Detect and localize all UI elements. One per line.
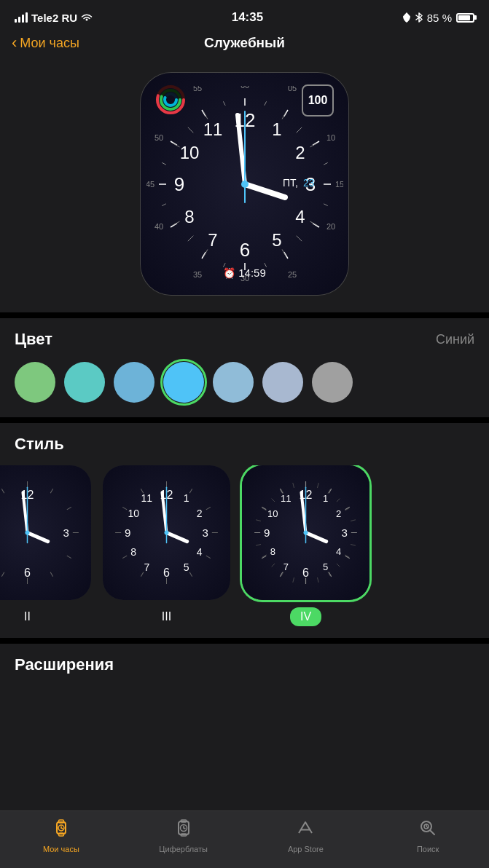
svg-line-21 [310, 143, 317, 146]
svg-point-163 [303, 530, 308, 534]
svg-text:4: 4 [336, 546, 341, 557]
battery-icon [456, 13, 474, 23]
style-watch-III: 12 1 2 3 4 5 6 7 8 9 10 11 [242, 465, 369, 600]
svg-line-133 [351, 544, 356, 545]
svg-text:11: 11 [203, 119, 222, 138]
svg-text:40: 40 [154, 222, 163, 231]
svg-text:1: 1 [184, 492, 189, 504]
svg-line-34 [172, 143, 179, 146]
svg-line-160 [306, 533, 326, 542]
style-section-title: Стиль [0, 435, 489, 465]
style-item-II[interactable]: 12 1 2 3 4 5 6 7 8 9 10 11 [97, 465, 236, 626]
svg-line-92 [206, 556, 211, 559]
carrier-name: Tele2 RU [31, 12, 77, 24]
style-label-II: III [152, 607, 181, 626]
tab-my-watch[interactable]: Мои часы [32, 818, 90, 853]
swatch-blue[interactable] [163, 362, 204, 403]
nav-bar: ‹ Мои часы Служебный [0, 31, 489, 58]
alarm-time: 14:59 [238, 267, 266, 279]
swatch-light-blue[interactable] [114, 362, 154, 403]
style-carousel: 12 3 6 9 II [0, 465, 489, 638]
svg-line-132 [351, 520, 356, 521]
svg-line-25 [296, 235, 302, 241]
back-button[interactable]: ‹ Мои часы [12, 33, 79, 52]
svg-line-22 [324, 162, 328, 165]
svg-text:5: 5 [184, 561, 189, 573]
svg-line-73 [50, 572, 53, 577]
svg-text:60: 60 [240, 86, 249, 90]
svg-line-137 [317, 577, 318, 583]
style-watch-II: 12 1 2 3 4 5 6 7 8 9 10 11 [103, 465, 230, 600]
swatch-gray[interactable] [312, 362, 353, 403]
signal-bars [15, 12, 28, 23]
svg-line-36 [203, 111, 207, 119]
svg-line-93 [189, 572, 192, 577]
svg-line-145 [272, 499, 275, 502]
style-watch-inner-I: 12 3 6 9 [0, 465, 91, 600]
svg-line-33 [162, 162, 166, 165]
svg-line-178 [431, 831, 435, 835]
svg-text:2: 2 [197, 508, 203, 519]
tab-app-store[interactable]: App Store [276, 818, 335, 853]
svg-text:6: 6 [239, 239, 249, 261]
svg-text:35: 35 [192, 270, 201, 279]
svg-text:2: 2 [295, 142, 305, 162]
content-area: 100 [0, 58, 489, 751]
svg-line-98 [122, 507, 127, 510]
location-icon [402, 12, 411, 23]
svg-text:10: 10 [267, 508, 278, 519]
svg-point-115 [164, 530, 168, 534]
color-section-header: Цвет Синий [15, 330, 474, 349]
svg-line-23 [324, 203, 328, 205]
divider-2 [0, 417, 489, 423]
swatch-soft-blue[interactable] [213, 362, 254, 403]
svg-line-138 [293, 577, 294, 583]
svg-line-19 [282, 111, 286, 119]
svg-text:3: 3 [342, 526, 348, 539]
svg-text:6: 6 [302, 566, 309, 579]
svg-line-96 [122, 556, 127, 559]
svg-line-75 [1, 572, 4, 577]
svg-text:2: 2 [336, 508, 341, 519]
tab-search[interactable]: Поиск [399, 818, 457, 853]
color-section-title: Цвет [15, 330, 52, 349]
swatch-green[interactable] [15, 362, 55, 403]
svg-line-24 [310, 221, 317, 225]
svg-line-32 [162, 203, 166, 205]
tab-dials-icon [174, 818, 193, 842]
svg-line-95 [141, 572, 144, 577]
style-item-I[interactable]: 12 3 6 9 II [0, 465, 97, 626]
svg-line-10 [313, 223, 319, 226]
page-title: Служебный [204, 35, 285, 51]
svg-line-181 [426, 826, 429, 828]
status-right: 85 % [402, 12, 474, 24]
svg-line-69 [50, 489, 53, 493]
svg-line-112 [167, 533, 187, 542]
svg-text:3: 3 [203, 526, 208, 539]
svg-text:15: 15 [335, 180, 343, 189]
svg-text:10: 10 [128, 508, 139, 519]
svg-line-84 [28, 533, 48, 542]
battery-percent: 85 % [427, 12, 452, 24]
svg-text:8: 8 [184, 206, 194, 226]
wifi-icon [81, 13, 93, 22]
watch-face-preview: 100 [141, 73, 348, 295]
svg-line-128 [317, 483, 318, 488]
svg-text:7: 7 [283, 561, 289, 572]
color-section: Цвет Синий [0, 318, 489, 417]
svg-text:45: 45 [146, 180, 154, 189]
svg-text:23: 23 [303, 177, 315, 189]
tab-app-store-icon [296, 818, 315, 842]
color-selected-label: Синий [436, 332, 474, 347]
style-item-III[interactable]: 12 1 2 3 4 5 6 7 8 9 10 11 [236, 465, 375, 626]
swatch-teal[interactable] [64, 362, 105, 403]
svg-text:5: 5 [272, 229, 281, 249]
swatch-lavender[interactable] [262, 362, 303, 403]
style-label-I: II [14, 607, 41, 626]
clock-face: 12 1 2 3 4 5 6 7 8 9 10 11 10 15 20 25 [146, 86, 343, 283]
svg-point-67 [241, 181, 249, 188]
svg-text:55: 55 [192, 86, 201, 92]
svg-text:10: 10 [179, 142, 199, 162]
svg-line-169 [61, 828, 63, 829]
tab-dials[interactable]: Циферблаты [154, 818, 213, 853]
